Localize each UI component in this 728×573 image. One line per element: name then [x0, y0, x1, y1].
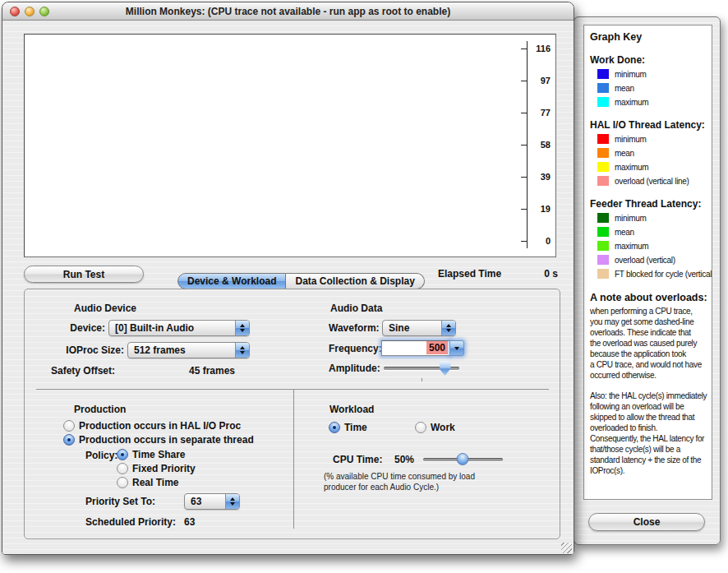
cpu-time-label: CPU Time: — [333, 454, 382, 465]
close-window-icon[interactable] — [10, 7, 20, 16]
priority-popup[interactable]: 63 — [184, 493, 240, 510]
y-axis-tick: 77 — [25, 107, 555, 120]
radio-icon[interactable] — [117, 449, 128, 460]
device-popup[interactable]: [0] Built-in Audio — [108, 320, 250, 336]
audio-data-header: Audio Data — [330, 303, 382, 314]
graph-key-title: Graph Key — [590, 31, 710, 43]
slider-tick-mark — [422, 378, 422, 381]
y-axis-tick: 0 — [25, 235, 555, 248]
key-item-label: mean — [615, 149, 634, 158]
popup-stepper-icon — [225, 494, 239, 509]
overloads-note-title: A note about overloads: — [590, 292, 710, 303]
frequency-field-value: 500 — [426, 341, 448, 354]
cpu-time-value: 50% — [394, 454, 414, 465]
production-header: Production — [74, 404, 126, 415]
title-bar[interactable]: Million Monkeys: (CPU trace not availabl… — [2, 2, 574, 21]
key-section-feeder-latency: Feeder Thread Latency: — [590, 198, 710, 210]
tick-label: 58 — [513, 140, 551, 150]
radio-icon[interactable] — [415, 422, 426, 433]
radio-label: Production occurs in separate thread — [79, 434, 254, 446]
key-item-label: minimum — [615, 214, 646, 223]
priority-popup-value: 63 — [185, 494, 225, 509]
waveform-popup[interactable]: Sine — [382, 320, 456, 336]
radio-icon[interactable] — [329, 422, 340, 433]
audio-device-header: Audio Device — [74, 303, 136, 314]
waveform-popup-value: Sine — [383, 321, 441, 335]
radio-label: Time Share — [132, 449, 185, 460]
amplitude-slider-thumb[interactable] — [440, 361, 451, 376]
ioproc-size-popup[interactable]: 512 frames — [127, 342, 250, 358]
color-swatch — [597, 176, 609, 186]
radio-policy-real-time[interactable]: Real Time — [117, 476, 178, 489]
cpu-time-note: (% available CPU time consumed by load p… — [324, 471, 475, 492]
device-label: Device: — [28, 322, 105, 334]
resize-grip[interactable] — [561, 543, 572, 553]
key-item-label: overload (vertical line) — [615, 177, 689, 186]
scheduled-priority-label: Scheduled Priority: — [85, 516, 176, 528]
graph-key-panel: Graph Key Work Done: minimum mean maximu… — [583, 25, 712, 500]
tick-label: 19 — [513, 204, 551, 214]
run-test-button[interactable]: Run Test — [24, 266, 144, 283]
policy-label: Policy: — [85, 450, 117, 461]
color-swatch — [597, 162, 609, 172]
frequency-label: Frequency: — [329, 343, 382, 354]
radio-icon[interactable] — [63, 420, 75, 432]
zoom-window-icon[interactable] — [39, 7, 49, 16]
y-axis-tick: 116 — [25, 43, 555, 56]
graph-key-drawer: Graph Key Work Done: minimum mean maximu… — [574, 16, 721, 545]
radio-label: Work — [431, 422, 455, 433]
radio-workload-time[interactable]: Time — [329, 421, 367, 434]
horizontal-divider — [36, 389, 549, 390]
radio-production-thread[interactable]: Production occurs in separate thread — [63, 433, 254, 446]
key-section-hal-latency: HAL I/O Thread Latency: — [590, 119, 710, 131]
tick-label: 39 — [513, 172, 551, 182]
tick-label: 97 — [513, 76, 551, 85]
list-item: maximum — [597, 96, 710, 108]
list-item: minimum — [597, 212, 710, 224]
minimize-window-icon[interactable] — [25, 7, 35, 16]
frequency-field[interactable]: 500 — [381, 340, 450, 356]
tab-data-collection-display[interactable]: Data Collection & Display — [286, 273, 424, 289]
radio-icon[interactable] — [117, 477, 128, 488]
list-item: overload (vertical line) — [597, 175, 710, 187]
frequency-dropdown-button[interactable] — [450, 340, 464, 356]
list-item: minimum — [597, 133, 710, 145]
tab-device-workload[interactable]: Device & Workload — [177, 273, 286, 289]
close-button[interactable]: Close — [588, 513, 705, 531]
color-swatch — [597, 255, 609, 265]
window-title: Million Monkeys: (CPU trace not availabl… — [2, 2, 574, 21]
list-item: maximum — [597, 240, 710, 252]
radio-label: Time — [344, 422, 367, 433]
radio-policy-fixed-priority[interactable]: Fixed Priority — [117, 462, 196, 475]
color-swatch — [597, 241, 609, 251]
key-item-label: FT blocked for cycle (vertical) — [615, 270, 712, 279]
desktop: Graph Key Work Done: minimum mean maximu… — [0, 0, 728, 573]
ioproc-size-label: IOProc Size: — [28, 344, 124, 356]
y-axis-tick: 39 — [25, 171, 555, 184]
radio-label: Production occurs in HAL I/O Proc — [79, 420, 241, 432]
ioproc-size-popup-value: 512 frames — [128, 343, 235, 358]
list-item: minimum — [597, 68, 710, 80]
cpu-time-slider-thumb[interactable] — [456, 453, 468, 465]
amplitude-slider[interactable] — [384, 367, 459, 370]
key-section-work-done: Work Done: — [590, 54, 710, 66]
waveform-label: Waveform: — [329, 322, 380, 334]
safety-offset-value: 45 frames — [189, 365, 235, 377]
key-item-label: maximum — [615, 242, 648, 251]
list-item: mean — [597, 82, 710, 94]
color-swatch — [597, 83, 609, 93]
color-swatch — [597, 227, 609, 237]
main-window: Million Monkeys: (CPU trace not availabl… — [2, 2, 574, 555]
radio-production-hal[interactable]: Production occurs in HAL I/O Proc — [63, 419, 241, 432]
radio-policy-time-share[interactable]: Time Share — [117, 448, 185, 461]
list-item: mean — [597, 147, 710, 159]
key-item-label: mean — [615, 228, 634, 237]
color-swatch — [597, 213, 609, 223]
list-item: mean — [597, 226, 710, 238]
priority-set-to-label: Priority Set To: — [85, 496, 155, 507]
radio-icon[interactable] — [117, 463, 128, 474]
device-workload-pane: Audio Device Device: [0] Built-in Audio … — [24, 289, 560, 539]
radio-workload-work[interactable]: Work — [415, 421, 455, 434]
radio-icon[interactable] — [63, 434, 75, 446]
cpu-time-slider[interactable] — [423, 458, 503, 461]
